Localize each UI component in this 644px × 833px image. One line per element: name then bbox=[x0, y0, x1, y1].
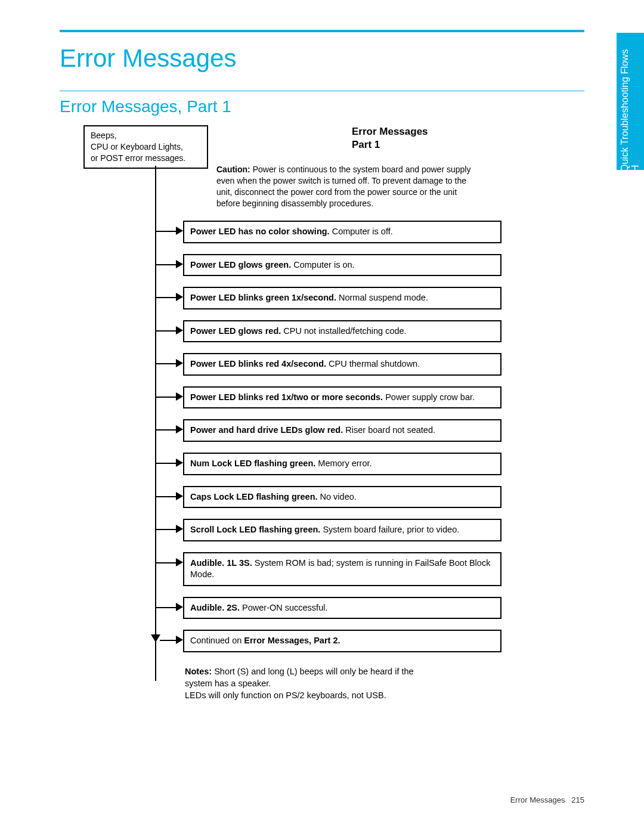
msg-bold: Scroll Lock LED flashing green. bbox=[190, 525, 320, 534]
msg-bold: Power LED glows green. bbox=[190, 260, 291, 270]
branch-line bbox=[155, 496, 179, 497]
message-box: Caps Lock LED flashing green. No video. bbox=[183, 486, 501, 509]
page-title: Error Messages bbox=[60, 44, 584, 73]
message-box: Audible. 2S. Power-ON successful. bbox=[183, 597, 501, 620]
branch-line bbox=[155, 231, 179, 232]
footer-label: Error Messages bbox=[510, 795, 565, 804]
branch-line bbox=[155, 264, 179, 265]
branch-line bbox=[155, 297, 179, 298]
msg-bold: Power LED glows red. bbox=[190, 326, 281, 336]
msg-rest: System board failure, prior to video. bbox=[320, 525, 459, 534]
message-box: Power LED blinks green 1x/second. Normal… bbox=[183, 287, 501, 309]
msg-bold: Audible. 2S. bbox=[190, 603, 240, 612]
branch-line bbox=[155, 562, 179, 563]
flow-row: Num Lock LED flashing green. Memory erro… bbox=[83, 453, 584, 475]
arrow-right-icon bbox=[176, 636, 183, 644]
msg-rest: Riser board not seated. bbox=[343, 425, 435, 435]
flow-row: Audible. 2S. Power-ON successful. bbox=[83, 597, 584, 620]
msg-bold: Audible. 1L 3S. bbox=[190, 558, 252, 568]
branch-line bbox=[155, 529, 179, 530]
flow-row: Power LED blinks red 1x/two or more seco… bbox=[83, 386, 584, 409]
flow-area: Power LED has no color showing. Computer… bbox=[83, 125, 584, 702]
msg-rest: No video. bbox=[318, 492, 357, 501]
branch-line bbox=[155, 397, 179, 398]
flow-row: Power LED blinks red 4x/second. CPU ther… bbox=[83, 353, 584, 376]
flow-row: Audible. 1L 3S. System ROM is bad; syste… bbox=[83, 552, 584, 586]
branch-line bbox=[155, 429, 179, 431]
message-box: Scroll Lock LED flashing green. System b… bbox=[183, 519, 501, 541]
continued-bold: Error Messages, Part 2. bbox=[244, 636, 340, 645]
msg-bold: Caps Lock LED flashing green. bbox=[190, 492, 318, 501]
arrow-right-icon bbox=[176, 326, 183, 335]
arrow-right-icon bbox=[176, 293, 183, 301]
message-box: Power LED glows green. Computer is on. bbox=[183, 254, 501, 277]
branch-line bbox=[155, 463, 179, 464]
message-box: Power and hard drive LEDs glow red. Rise… bbox=[183, 419, 501, 442]
notes-block: Notes: Short (S) and long (L) beeps will… bbox=[185, 665, 435, 702]
msg-bold: Power LED blinks red 4x/second. bbox=[190, 359, 326, 368]
message-box: Power LED has no color showing. Computer… bbox=[183, 221, 501, 243]
msg-rest: Power-ON successful. bbox=[240, 603, 327, 612]
msg-rest: CPU not installed/fetching code. bbox=[281, 326, 406, 336]
branch-line bbox=[155, 607, 179, 608]
flow-row: Scroll Lock LED flashing green. System b… bbox=[83, 519, 584, 541]
branch-line bbox=[155, 330, 179, 332]
continued-pre: Continued on bbox=[190, 636, 244, 645]
msg-rest: Computer is off. bbox=[330, 227, 393, 236]
notes-text2: LEDs will only function on PS/2 keyboard… bbox=[185, 690, 386, 700]
continued-box: Continued on Error Messages, Part 2. bbox=[183, 630, 501, 652]
msg-bold: Num Lock LED flashing green. bbox=[190, 459, 315, 468]
msg-rest: CPU thermal shutdown. bbox=[326, 359, 420, 368]
message-box: Audible. 1L 3S. System ROM is bad; syste… bbox=[183, 552, 501, 586]
message-box: Power LED blinks red 4x/second. CPU ther… bbox=[183, 353, 501, 376]
msg-bold: Power LED blinks green 1x/second. bbox=[190, 293, 336, 302]
arrow-right-icon bbox=[176, 459, 183, 467]
message-box: Num Lock LED flashing green. Memory erro… bbox=[183, 453, 501, 475]
msg-rest: Normal suspend mode. bbox=[336, 293, 428, 302]
message-box: Power LED glows red. CPU not installed/f… bbox=[183, 320, 501, 343]
flow-row: Power LED glows red. CPU not installed/f… bbox=[83, 320, 584, 343]
branch-line bbox=[155, 363, 179, 364]
footer-page-number: 215 bbox=[571, 795, 584, 804]
notes-label: Notes: bbox=[185, 667, 212, 676]
arrow-right-icon bbox=[176, 558, 183, 566]
msg-bold: Power and hard drive LEDs glow red. bbox=[190, 425, 343, 435]
section-title: Error Messages, Part 1 bbox=[60, 97, 584, 116]
arrow-right-icon bbox=[176, 260, 183, 268]
msg-rest: Power supply crow bar. bbox=[383, 392, 475, 402]
page-content: Error Messages Error Messages, Part 1 Be… bbox=[0, 0, 644, 726]
notes-text1: Short (S) and long (L) beeps will only b… bbox=[185, 667, 414, 688]
arrow-right-icon bbox=[176, 392, 183, 401]
arrow-right-icon bbox=[176, 425, 183, 433]
page-footer: Error Messages 215 bbox=[510, 795, 584, 804]
flow-row: Power LED has no color showing. Computer… bbox=[83, 221, 584, 243]
arrow-right-icon bbox=[176, 359, 183, 367]
flow-row: Caps Lock LED flashing green. No video. bbox=[83, 486, 584, 509]
arrow-right-icon bbox=[176, 492, 183, 500]
top-rule bbox=[60, 30, 584, 32]
msg-rest: Memory error. bbox=[315, 459, 371, 468]
message-box: Power LED blinks red 1x/two or more seco… bbox=[183, 386, 501, 409]
flowchart: Beeps, CPU or Keyboard Lights, or POST e… bbox=[83, 125, 584, 702]
msg-rest: Computer is on. bbox=[291, 260, 354, 270]
arrow-right-icon bbox=[176, 227, 183, 235]
flow-row: Power LED glows green. Computer is on. bbox=[83, 254, 584, 277]
msg-bold: Power LED blinks red 1x/two or more seco… bbox=[190, 392, 383, 402]
sub-rule bbox=[60, 91, 584, 91]
arrow-right-icon bbox=[176, 525, 183, 533]
flow-row: Power LED blinks green 1x/second. Normal… bbox=[83, 287, 584, 309]
arrow-down-icon bbox=[151, 634, 160, 642]
flow-row-continued: Continued on Error Messages, Part 2. bbox=[83, 630, 584, 652]
msg-bold: Power LED has no color showing. bbox=[190, 227, 330, 236]
flow-row: Power and hard drive LEDs glow red. Rise… bbox=[83, 419, 584, 442]
arrow-right-icon bbox=[176, 603, 183, 611]
